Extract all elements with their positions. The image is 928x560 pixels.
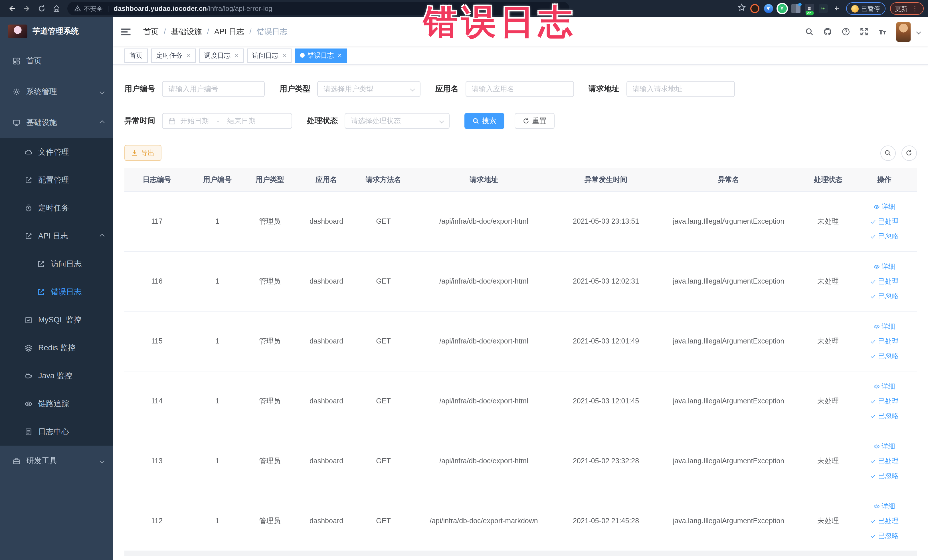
action-processed-link[interactable]: 已处理	[870, 276, 899, 286]
status-select[interactable]: 请选择处理状态	[345, 113, 450, 129]
extension-icon-on-badge[interactable]: ≡on	[805, 4, 814, 13]
sidebar-item-1[interactable]: 系统管理	[0, 76, 113, 107]
sidebar-menu: 首页系统管理基础设施文件管理配置管理定时任务API 日志访问日志错误日志MySQ…	[0, 46, 113, 560]
action-detail-link[interactable]: 详细	[873, 322, 895, 331]
extension-icon-grid[interactable]	[791, 4, 800, 13]
update-label: 更新	[895, 4, 907, 13]
database-icon	[24, 316, 32, 324]
font-size-icon[interactable]	[878, 27, 886, 36]
table-bottom-scroll-track[interactable]	[124, 551, 917, 556]
tag-4[interactable]: 错误日志×	[295, 48, 347, 63]
sidebar-item-8[interactable]: 错误日志	[0, 278, 113, 306]
request-url-input[interactable]: 请输入请求地址	[626, 81, 734, 97]
github-icon[interactable]	[823, 27, 832, 36]
extension-icon-orange[interactable]	[750, 4, 759, 13]
tag-0[interactable]: 首页	[124, 48, 148, 63]
browser-menu-kebab-icon[interactable]: ⋮	[911, 5, 918, 12]
extension-icon-sprout[interactable]: ❧	[818, 4, 827, 13]
export-button[interactable]: 导出	[124, 145, 162, 161]
cell-time: 2021-05-03 12:01:45	[559, 371, 653, 431]
sidebar-item-label: 系统管理	[26, 87, 57, 97]
cell-url: /api/infra/db-doc/export-html	[409, 431, 559, 491]
breadcrumb-item-1[interactable]: 基础设施	[171, 26, 202, 37]
back-icon[interactable]	[5, 2, 20, 15]
reset-button[interactable]: 重置	[514, 113, 554, 129]
action-ignored-link[interactable]: 已忽略	[870, 471, 899, 481]
home-icon[interactable]	[49, 2, 64, 15]
user-menu-caret-icon[interactable]	[916, 29, 921, 34]
action-processed-link[interactable]: 已处理	[870, 456, 899, 466]
exception-time-range-input[interactable]: 开始日期 - 结束日期	[162, 113, 292, 129]
action-processed-link[interactable]: 已处理	[870, 217, 899, 226]
sidebar-item-13[interactable]: 日志中心	[0, 418, 113, 446]
sidebar-item-12[interactable]: 链路追踪	[0, 390, 113, 418]
close-icon[interactable]: ×	[235, 51, 238, 60]
search-button[interactable]: 搜索	[464, 113, 504, 129]
column-header-1: 用户编号	[189, 168, 245, 191]
action-processed-link[interactable]: 已处理	[870, 336, 899, 346]
sidebar-item-2[interactable]: 基础设施	[0, 107, 113, 138]
monitor-icon	[12, 119, 21, 127]
action-processed-link[interactable]: 已处理	[870, 396, 899, 406]
breadcrumb-item-2[interactable]: API 日志	[214, 26, 244, 37]
extension-icon-blue-shield[interactable]: ▼	[764, 4, 773, 13]
sidebar-item-10[interactable]: Redis 监控	[0, 334, 113, 362]
sidebar-item-0[interactable]: 首页	[0, 46, 113, 76]
action-ignored-link[interactable]: 已忽略	[870, 231, 899, 241]
bookmark-star-icon[interactable]	[737, 3, 745, 14]
sidebar-item-label: Redis 监控	[38, 343, 76, 353]
user-id-input[interactable]: 请输入用户编号	[162, 81, 265, 97]
calendar-icon	[168, 117, 176, 125]
tag-1[interactable]: 定时任务×	[151, 48, 196, 63]
cell-user_type: 管理员	[245, 371, 295, 431]
sidebar-item-7[interactable]: 访问日志	[0, 250, 113, 278]
fullscreen-icon[interactable]	[859, 27, 868, 36]
cell-app: dashboard	[295, 431, 358, 491]
action-label: 详细	[882, 501, 895, 511]
action-detail-link[interactable]: 详细	[873, 501, 895, 511]
user-type-select[interactable]: 请选择用户类型	[317, 81, 420, 97]
extension-icon-green-y[interactable]: Y	[777, 4, 786, 13]
tag-3[interactable]: 访问日志×	[247, 48, 292, 63]
extensions-puzzle-icon[interactable]: ✣	[832, 4, 841, 13]
action-detail-link[interactable]: 详细	[873, 441, 895, 451]
sidebar-item-6[interactable]: API 日志	[0, 222, 113, 250]
search-icon[interactable]	[805, 27, 814, 36]
cell-status: 未处理	[804, 371, 852, 431]
close-icon[interactable]: ×	[186, 51, 191, 60]
reload-icon[interactable]	[34, 2, 49, 15]
cell-actions: 详细已处理已忽略	[852, 491, 917, 551]
sidebar-item-4[interactable]: 配置管理	[0, 166, 113, 194]
close-icon[interactable]: ×	[338, 51, 342, 60]
action-ignored-link[interactable]: 已忽略	[870, 411, 899, 421]
help-icon[interactable]	[841, 27, 850, 36]
action-detail-link[interactable]: 详细	[873, 202, 895, 211]
user-avatar[interactable]	[896, 22, 910, 41]
table-row: 1121管理员dashboardGET/api/infra/db-doc/exp…	[124, 491, 917, 551]
address-bar[interactable]: 不安全 | dashboard.yudao.iocoder.cn /infra/…	[67, 2, 569, 15]
action-ignored-link[interactable]: 已忽略	[870, 351, 899, 361]
profile-paused-pill[interactable]: 已暂停	[846, 2, 885, 15]
sidebar-item-3[interactable]: 文件管理	[0, 138, 113, 166]
forward-icon[interactable]	[20, 2, 34, 15]
sidebar-item-11[interactable]: Java 监控	[0, 362, 113, 390]
cell-user_type: 管理员	[245, 491, 295, 551]
sidebar-item-5[interactable]: 定时任务	[0, 194, 113, 222]
refresh-button[interactable]	[901, 145, 917, 160]
browser-update-button[interactable]: 更新 ⋮	[890, 2, 923, 15]
action-detail-link[interactable]: 详细	[873, 381, 895, 391]
action-ignored-link[interactable]: 已忽略	[870, 291, 899, 301]
breadcrumb-item-0[interactable]: 首页	[143, 26, 159, 37]
doc-icon	[24, 428, 32, 436]
app-name-input[interactable]: 请输入应用名	[465, 81, 574, 97]
sidebar-item-14[interactable]: 研发工具	[0, 446, 113, 476]
toggle-search-button[interactable]	[880, 145, 896, 160]
sidebar-toggle-icon[interactable]	[121, 28, 131, 35]
action-processed-link[interactable]: 已处理	[870, 516, 899, 526]
action-ignored-link[interactable]: 已忽略	[870, 531, 899, 540]
tag-2[interactable]: 调度日志×	[199, 48, 244, 63]
close-icon[interactable]: ×	[282, 51, 286, 60]
sidebar-item-9[interactable]: MySQL 监控	[0, 306, 113, 334]
action-detail-link[interactable]: 详细	[873, 262, 895, 271]
app-logo-row[interactable]: 芋道管理系统	[0, 17, 113, 46]
